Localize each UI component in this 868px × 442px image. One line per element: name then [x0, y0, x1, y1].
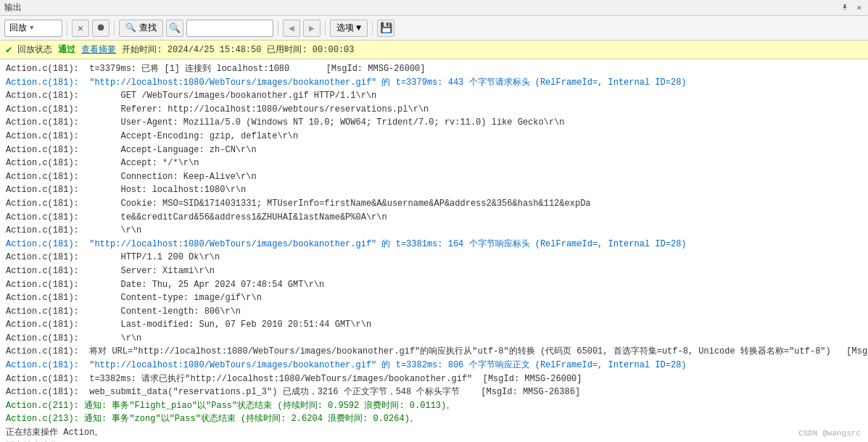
next-button[interactable]: ▶	[303, 20, 321, 37]
find-button[interactable]: 🔍 查找	[119, 20, 163, 37]
check-icon: ✔	[6, 43, 12, 56]
options-button[interactable]: 选项 ▼	[330, 20, 368, 37]
log-line: Action.c(181): Last-modified: Sun, 07 Fe…	[6, 318, 862, 332]
stop-icon: ✕	[78, 22, 83, 34]
close-title-button[interactable]: ✕	[854, 3, 864, 12]
log-line: Action.c(181): Accept-Language: zh-CN\r\…	[6, 143, 862, 157]
view-summary-link[interactable]: 查看摘要	[81, 43, 116, 56]
find-label: 查找	[139, 22, 157, 34]
title-label: 输出	[4, 1, 22, 14]
log-line: Action.c(181): Connection: Keep-Alive\r\…	[6, 170, 862, 184]
next-icon: ▶	[309, 22, 315, 34]
magnifier-icon: 🔍	[169, 22, 181, 34]
log-line: Action.c(213): 通知: 事务"zong"以"Pass"状态结束 (…	[6, 412, 862, 426]
log-line: Action.c(181): Accept-Encoding: gzip, de…	[6, 130, 862, 143]
sep2	[114, 21, 115, 36]
status-bar: ✔ 回放状态 通过 查看摘要 开始时间: 2024/4/25 15:48:50 …	[0, 41, 868, 59]
log-line: 正在结束迭代 1。	[6, 440, 862, 442]
log-line: Action.c(181): \r\n	[6, 332, 862, 346]
sep4	[325, 21, 326, 36]
pin-button[interactable]: 🖈	[839, 3, 851, 12]
log-line: Action.c(181): \r\n	[6, 224, 862, 238]
playback-label: 回放	[9, 22, 27, 34]
start-time-label: 开始时间: 2024/4/25 15:48:50	[122, 43, 261, 56]
save-icon: 💾	[380, 22, 392, 34]
log-line: Action.c(181): t=3382ms: 请求已执行"http://lo…	[6, 372, 862, 386]
used-time-label: 已用时间: 00:00:03	[267, 43, 354, 56]
playback-arrow: ▼	[30, 25, 33, 32]
log-line: Action.c(181): "http://localhost:1080/We…	[6, 238, 862, 251]
log-line: Action.c(181): Date: Thu, 25 Apr 2024 07…	[6, 278, 862, 292]
prev-button[interactable]: ◀	[283, 20, 300, 37]
sep5	[372, 21, 373, 36]
record-icon: ⏺	[96, 22, 106, 33]
record-button[interactable]: ⏺	[92, 20, 109, 37]
log-line: Action.c(181): GET /WebTours/images/book…	[6, 89, 862, 103]
log-line: Action.c(181): te&&creditCard&56&address…	[6, 211, 862, 225]
log-line: Action.c(181): t=3379ms: 已将 [1] 连接到 loca…	[6, 62, 862, 76]
log-line: Action.c(181): 将对 URL="http://localhost:…	[6, 345, 862, 359]
log-line: Action.c(181): Referer: http://localhost…	[6, 103, 862, 117]
log-line: 正在结束操作 Action。	[6, 426, 862, 440]
stop-button[interactable]: ✕	[72, 20, 89, 37]
title-bar: 输出 🖈 ✕	[0, 0, 868, 16]
sep1	[67, 21, 67, 36]
search-input[interactable]	[186, 20, 273, 37]
log-line: Action.c(181): Content-type: image/gif\r…	[6, 291, 862, 305]
status-pass-label: 通过	[58, 43, 75, 56]
log-line: Action.c(181): Cookie: MSO=SID&171403133…	[6, 197, 862, 211]
log-line: Action.c(181): Server: Xitami\r\n	[6, 264, 862, 278]
find-icon: 🔍	[125, 22, 136, 33]
save-button[interactable]: 💾	[377, 20, 394, 37]
log-line: Action.c(181): Accept: */*\r\n	[6, 157, 862, 170]
log-line: Action.c(181): Content-length: 806\r\n	[6, 305, 862, 319]
sep3	[278, 21, 278, 36]
log-line: Action.c(181): "http://localhost:1080/We…	[6, 359, 862, 372]
playback-dropdown[interactable]: 回放 ▼	[4, 20, 62, 37]
search-icon-btn[interactable]: 🔍	[166, 20, 183, 37]
log-line: Action.c(181): HTTP/1.1 200 Ok\r\n	[6, 251, 862, 264]
toolbar: 回放 ▼ ✕ ⏺ 🔍 查找 🔍 ◀ ▶ 选项 ▼ 💾	[0, 16, 868, 41]
prev-icon: ◀	[289, 22, 294, 34]
status-replay-label: 回放状态	[17, 43, 52, 56]
options-arrow: ▼	[356, 23, 361, 33]
log-area[interactable]: Action.c(181): t=3379ms: 已将 [1] 连接到 loca…	[0, 59, 868, 442]
log-line: Action.c(181): User-Agent: Mozilla/5.0 (…	[6, 116, 862, 130]
options-label: 选项	[336, 22, 354, 34]
watermark: CSDN @wangsrc	[798, 429, 861, 438]
title-bar-controls: 🖈 ✕	[839, 3, 864, 12]
log-line: Action.c(181): Host: localhost:1080\r\n	[6, 183, 862, 197]
log-line: Action.c(181): "http://localhost:1080/We…	[6, 76, 862, 90]
log-line: Action.c(211): 通知: 事务"Flight_piao"以"Pass…	[6, 399, 862, 413]
log-line: Action.c(181): web_submit_data("reservat…	[6, 385, 862, 399]
